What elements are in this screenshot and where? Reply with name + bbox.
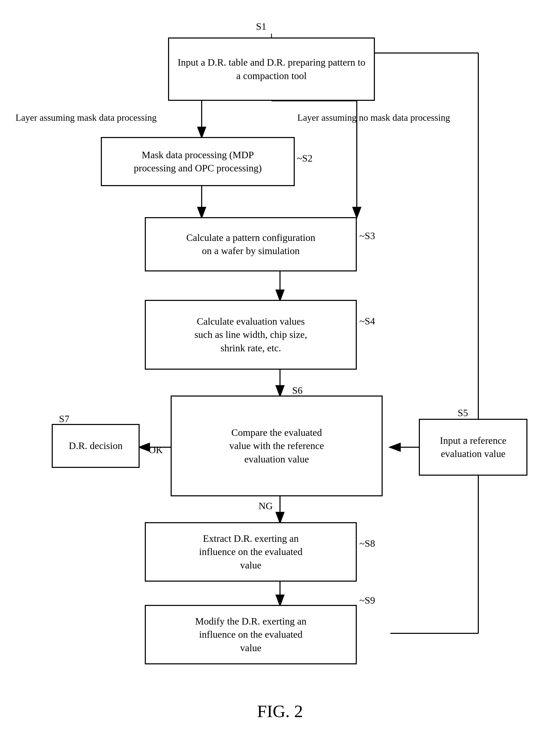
diagram-container: S1 Input a D.R. table and D.R. preparing…	[0, 0, 560, 737]
step-s1-label: S1	[256, 21, 266, 32]
box-s9-text: Modify the D.R. exerting aninfluence on …	[195, 615, 307, 655]
step-s7-label: S7	[59, 413, 69, 424]
box-s5-text: Input a referenceevaluation value	[440, 434, 506, 461]
step-s5-label: S5	[458, 407, 468, 419]
box-s7-text: D.R. decision	[69, 439, 123, 452]
box-s1: Input a D.R. table and D.R. preparing pa…	[168, 37, 375, 101]
box-s8-text: Extract D.R. exerting aninfluence on the…	[199, 532, 302, 572]
ok-label: OK	[149, 444, 163, 455]
step-s6-label: S6	[292, 385, 302, 396]
box-s3-text: Calculate a pattern configurationon a wa…	[186, 231, 315, 258]
step-s2-label: ~S2	[297, 153, 313, 164]
box-s8: Extract D.R. exerting aninfluence on the…	[145, 522, 357, 582]
step-s8-label: ~S8	[359, 538, 375, 549]
box-s1-text: Input a D.R. table and D.R. preparing pa…	[175, 56, 368, 82]
box-s3: Calculate a pattern configurationon a wa…	[145, 217, 357, 271]
box-s2: Mask data processing (MDPprocessing and …	[101, 137, 295, 186]
box-s4-text: Calculate evaluation valuessuch as line …	[194, 315, 307, 355]
annotation-mask-layer: Layer assuming mask data processing	[16, 111, 157, 124]
step-s3-label: ~S3	[359, 230, 375, 241]
box-s4: Calculate evaluation valuessuch as line …	[145, 300, 357, 370]
figure-caption: FIG. 2	[0, 701, 560, 721]
box-s9: Modify the D.R. exerting aninfluence on …	[145, 605, 357, 664]
box-s2-text: Mask data processing (MDPprocessing and …	[134, 148, 262, 175]
box-s5: Input a referenceevaluation value	[419, 419, 527, 476]
annotation-no-mask-layer: Layer assuming no mask data processing	[297, 111, 450, 124]
box-s6-text: Compare the evaluatedvalue with the refe…	[229, 426, 324, 466]
box-s7: D.R. decision	[52, 424, 140, 468]
step-s4-label: ~S4	[359, 315, 375, 327]
box-s6: Compare the evaluatedvalue with the refe…	[171, 396, 383, 496]
ng-label: NG	[259, 500, 273, 512]
step-s9-label: ~S9	[359, 595, 375, 606]
